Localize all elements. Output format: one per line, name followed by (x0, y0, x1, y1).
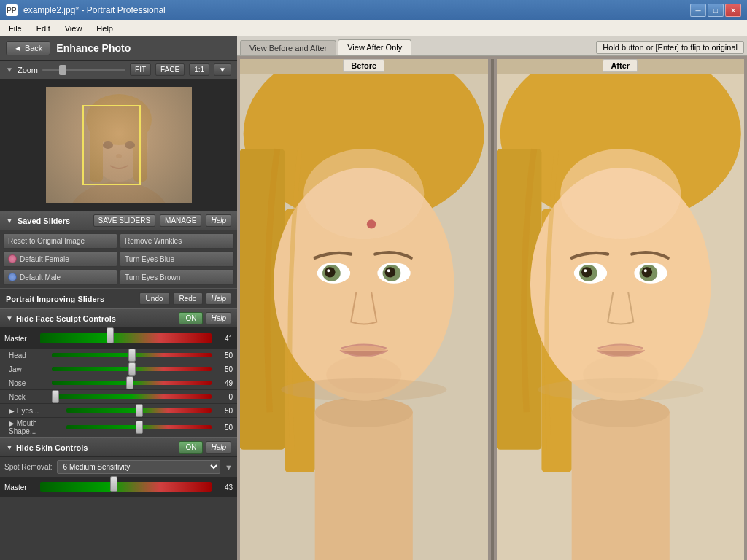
close-button[interactable]: ✕ (725, 4, 741, 17)
preset-default-male-button[interactable]: Default Male (3, 269, 117, 285)
svg-rect-33 (571, 412, 669, 560)
face-sculpt-on-button[interactable]: ON (179, 312, 203, 324)
menu-file[interactable]: File (3, 23, 28, 34)
nose-slider-track[interactable] (52, 378, 212, 388)
thumbnail-area (0, 79, 237, 211)
svg-point-17 (303, 149, 424, 239)
undo-button[interactable]: Undo (139, 292, 170, 305)
menu-view[interactable]: View (59, 23, 88, 34)
jaw-slider-thumb[interactable] (128, 362, 136, 376)
eyes-expand-button[interactable]: ▶ Eyes... (9, 407, 63, 415)
skin-controls-help-button[interactable]: Help (206, 441, 231, 454)
save-sliders-button[interactable]: SAVE SLIDERS (93, 214, 156, 227)
zoom-bar: ▼ Zoom FIT FACE 1:1 ▼ (0, 61, 237, 79)
nose-slider-row: Nose 49 (0, 376, 237, 390)
svg-point-25 (387, 269, 390, 272)
zoom-thumb[interactable] (59, 65, 66, 75)
master-slider-thumb[interactable] (107, 327, 114, 343)
mouth-slider-track[interactable] (66, 422, 212, 432)
back-button[interactable]: ◄ Back (6, 41, 50, 55)
mouth-slider-thumb[interactable] (136, 421, 143, 434)
head-slider-thumb[interactable] (128, 349, 136, 362)
mouth-slider-value: 50 (214, 424, 233, 432)
skin-master-slider-thumb[interactable] (110, 476, 117, 492)
svg-point-34 (571, 397, 669, 427)
app-icon: PP (6, 4, 18, 16)
minimize-button[interactable]: ─ (690, 4, 706, 17)
before-canvas (240, 74, 488, 560)
eyes-slider-value: 50 (214, 407, 233, 415)
preset-turn-eyes-blue-button[interactable]: Turn Eyes Blue (120, 251, 234, 267)
skin-master-slider-row: Master 43 (0, 477, 237, 497)
nose-label: Nose (9, 379, 49, 387)
eyes-slider-thumb[interactable] (136, 404, 143, 417)
svg-point-36 (560, 149, 681, 239)
skin-master-slider-track[interactable] (40, 479, 212, 495)
zoom-arrow: ▼ (6, 66, 13, 74)
window-title: example2.jpg* - Portrait Professional (23, 5, 684, 15)
menu-help[interactable]: Help (90, 23, 119, 34)
skin-controls-header: ▼ Hide Skin Controls ON Help (0, 438, 237, 457)
mouth-expand-button[interactable]: ▶ Mouth Shape... (9, 419, 63, 435)
face-sculpt-title: Hide Face Sculpt Controls (16, 314, 177, 323)
head-slider-track[interactable] (52, 350, 212, 360)
preset-reset-button[interactable]: Reset to Original Image (3, 233, 117, 249)
master-slider-track[interactable] (40, 330, 212, 346)
preset-default-male-label: Default Male (20, 273, 61, 281)
thumbnail-container (46, 87, 192, 203)
svg-point-44 (643, 269, 646, 272)
zoom-1to1-button[interactable]: 1:1 (189, 63, 209, 76)
titlebar: PP example2.jpg* - Portrait Professional… (0, 0, 747, 20)
zoom-label: Zoom (18, 66, 38, 74)
after-label: After (603, 59, 638, 72)
svg-point-23 (385, 267, 395, 277)
manage-button[interactable]: MANAGE (160, 214, 201, 227)
svg-point-43 (584, 269, 587, 272)
spot-removal-select[interactable]: 1 Low Sensitivity 2 3 4 5 6 Medium Sensi… (57, 460, 221, 474)
zoom-slider[interactable] (42, 69, 125, 71)
zoom-fit-button[interactable]: FIT (130, 63, 151, 76)
tab-after-only[interactable]: View After Only (338, 39, 411, 55)
portrait-help-button[interactable]: Help (206, 292, 231, 305)
master-slider-value: 41 (214, 335, 233, 343)
tab-before-and-after[interactable]: View Before and After (240, 40, 336, 55)
spot-removal-label: Spot Removal: (4, 463, 53, 471)
saved-sliders-help-button[interactable]: Help (206, 214, 231, 227)
preset-turn-eyes-blue-label: Turn Eyes Blue (125, 255, 174, 263)
preset-turn-eyes-brown-button[interactable]: Turn Eyes Brown (120, 269, 234, 285)
eyes-slider-track[interactable] (66, 405, 212, 416)
svg-rect-14 (315, 412, 413, 560)
view-tabs: View Before and After View After Only Ho… (237, 36, 747, 56)
preset-turn-eyes-brown-label: Turn Eyes Brown (125, 273, 180, 281)
restore-button[interactable]: □ (708, 4, 724, 17)
jaw-slider-value: 50 (214, 365, 233, 373)
zoom-expand-button[interactable]: ▼ (214, 63, 231, 76)
preset-remove-wrinkles-button[interactable]: Remove Wrinkles (120, 233, 234, 249)
eyes-slider-row: ▶ Eyes... 50 (0, 404, 237, 418)
menubar: File Edit View Help (0, 20, 747, 36)
spot-removal-row: Spot Removal: 1 Low Sensitivity 2 3 4 5 … (0, 457, 237, 477)
skin-controls-on-button[interactable]: ON (179, 441, 203, 454)
saved-sliders-header: ▼ Saved Sliders SAVE SLIDERS MANAGE Help (0, 211, 237, 230)
face-sculpt-help-button[interactable]: Help (206, 312, 231, 324)
spot-dropdown-icon: ▼ (225, 463, 233, 472)
sliders-area[interactable]: ▼ Saved Sliders SAVE SLIDERS MANAGE Help… (0, 211, 237, 560)
image-comparison: Before (237, 56, 747, 560)
neck-slider-track[interactable] (52, 392, 212, 402)
window-controls: ─ □ ✕ (690, 4, 741, 17)
zoom-face-button[interactable]: FACE (155, 63, 185, 76)
redo-button[interactable]: Redo (173, 292, 204, 305)
head-slider-row: Head 50 (0, 349, 237, 362)
neck-slider-row: Neck 0 (0, 390, 237, 404)
pane-divider[interactable] (491, 59, 494, 560)
svg-point-22 (325, 267, 335, 277)
nose-slider-thumb[interactable] (126, 376, 133, 389)
jaw-slider-track[interactable] (52, 364, 212, 374)
master-slider-row: Master 41 (0, 328, 237, 349)
preset-default-female-button[interactable]: Default Female (3, 251, 117, 267)
male-icon (8, 273, 17, 281)
neck-slider-thumb[interactable] (52, 390, 59, 403)
thumbnail-selection-box (82, 105, 141, 185)
female-icon (8, 254, 17, 263)
menu-edit[interactable]: Edit (31, 23, 56, 34)
